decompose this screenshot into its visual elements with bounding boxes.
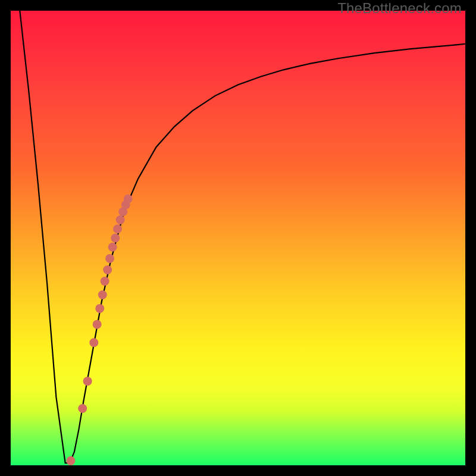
data-dot <box>93 320 102 329</box>
data-dot <box>98 290 107 299</box>
data-dot <box>111 234 120 243</box>
data-dot <box>124 195 133 203</box>
data-dot <box>95 304 104 313</box>
data-dot <box>108 243 117 252</box>
data-dot <box>78 404 87 413</box>
data-dot <box>66 456 75 465</box>
data-dot <box>113 224 122 233</box>
data-dot <box>83 377 92 386</box>
chart-dots-group <box>66 195 132 465</box>
watermark-text: TheBottleneck.com <box>337 0 462 17</box>
data-dot <box>89 338 98 347</box>
data-dot <box>116 215 125 224</box>
chart-dots <box>11 11 465 465</box>
data-dot <box>101 277 109 286</box>
outer-black-frame: TheBottleneck.com <box>0 0 476 476</box>
data-dot <box>105 254 114 263</box>
data-dot <box>103 265 112 274</box>
plot-area <box>11 11 465 465</box>
